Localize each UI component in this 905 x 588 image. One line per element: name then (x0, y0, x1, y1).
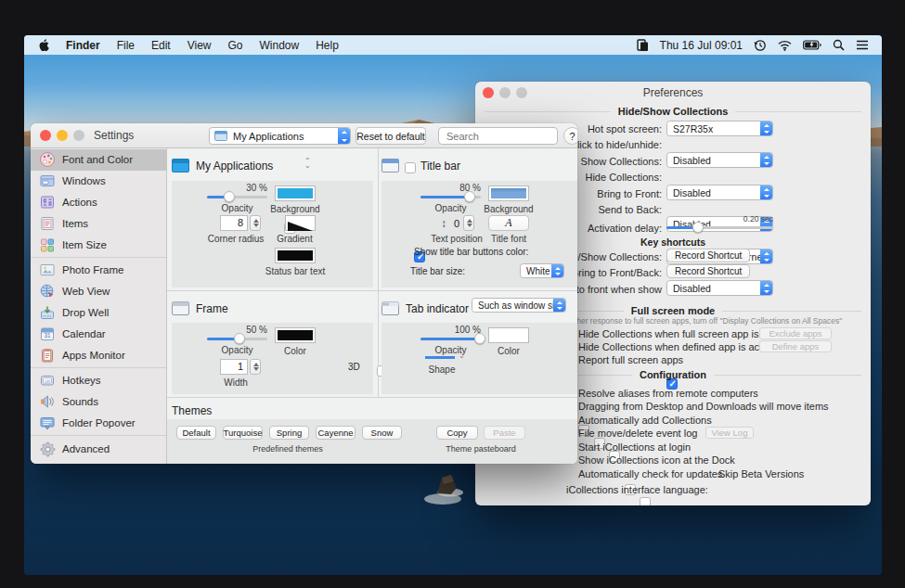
corner-radius-stepper[interactable] (250, 215, 261, 231)
settings-sidebar: Font and Color Windows Actions Items Ite… (31, 148, 167, 464)
zoom-button[interactable] (73, 130, 84, 141)
hot-spot-screen-dropdown[interactable]: S27R35x (666, 121, 773, 136)
time-machine-icon[interactable] (754, 39, 767, 52)
drop-well-icon (39, 304, 56, 321)
theme-spring-button[interactable]: Spring (269, 426, 309, 440)
wifi-icon[interactable] (778, 40, 792, 51)
width-field[interactable]: 1 (220, 359, 248, 375)
settings-window: Settings My Applications Reset to defaul… (31, 123, 577, 464)
tab-color-well[interactable] (488, 327, 529, 343)
menu-file[interactable]: File (117, 39, 135, 52)
notification-center-icon[interactable] (856, 40, 869, 50)
title-font-label: Title font (478, 234, 539, 244)
sidebar-item-windows[interactable]: Windows (31, 171, 166, 192)
record-shortcut-button[interactable]: Record Shortcut (666, 249, 750, 262)
theme-snow-button[interactable]: Snow (362, 426, 402, 440)
copy-theme-button[interactable]: Copy (436, 426, 478, 440)
apple-menu-icon[interactable] (37, 38, 49, 52)
sidebar-item-folder-popover[interactable]: Folder Popover (31, 413, 166, 434)
opacity-slider[interactable] (420, 190, 481, 203)
sidebar-divider (31, 367, 166, 368)
background-color-well[interactable] (275, 185, 316, 201)
sidebar-item-sounds[interactable]: Sounds (31, 391, 166, 413)
reset-to-default-button[interactable]: Reset to default (356, 127, 426, 145)
text-position-stepper[interactable] (463, 215, 474, 231)
theme-cayenne-button[interactable]: Cayenne (316, 426, 356, 440)
search-field[interactable] (438, 127, 558, 145)
status-bar-text-color-well[interactable] (275, 248, 316, 263)
paste-theme-button[interactable]: Paste (484, 426, 525, 440)
opacity-slider[interactable] (420, 332, 481, 345)
target-app-dropdown[interactable]: My Applications (209, 127, 351, 145)
dragging-move-checkbox[interactable] (640, 497, 651, 505)
sidebar-item-items[interactable]: Items (31, 212, 166, 234)
activation-delay-slider[interactable] (666, 221, 773, 234)
sidebar-item-apps-monitor[interactable]: Apps Monitor (31, 344, 166, 365)
menu-app-name[interactable]: Finder (66, 39, 100, 52)
corner-radius-field[interactable]: 8 (220, 215, 248, 231)
record-shortcut-button[interactable]: Record Shortcut (666, 264, 750, 278)
window-title: Settings (94, 129, 134, 142)
theme-pasteboard-caption: Theme pasteboard (430, 444, 532, 454)
menu-edit[interactable]: Edit (151, 39, 171, 52)
section-stepper-icon[interactable]: ⌃⌄ (304, 159, 311, 168)
shape-label: Shape (421, 364, 462, 375)
hide-fullscreen-app-label: Hide Collections when full screen app is… (578, 328, 788, 339)
opacity-slider[interactable] (207, 190, 267, 203)
shape-preview-line (425, 356, 455, 359)
define-apps-button[interactable]: Define apps (759, 340, 832, 352)
spotlight-search-icon[interactable] (833, 39, 845, 51)
sidebar-item-web-view[interactable]: Web View (31, 281, 166, 302)
sidebar-item-actions[interactable]: Actions (31, 192, 166, 213)
corner-radius-label: Corner radius (205, 234, 266, 244)
buttons-color-dropdown[interactable]: White (520, 263, 564, 278)
menu-clock[interactable]: Thu 16 Jul 09:01 (660, 39, 743, 52)
title-bar-size-label: Title bar size: (410, 266, 465, 276)
sidebar-item-drop-well[interactable]: Drop Well (31, 302, 166, 324)
menu-window[interactable]: Window (260, 39, 300, 52)
opacity-label: Opacity (420, 345, 481, 355)
menu-help[interactable]: Help (316, 39, 339, 52)
sidebar-item-hotkeys[interactable]: Ctrl Hotkeys (31, 370, 166, 391)
sidebar-item-calendar[interactable]: 31 Calendar (31, 323, 166, 344)
theme-turquoise-button[interactable]: Turquoise (223, 426, 263, 440)
window-title: Preferences (475, 86, 871, 99)
dropdown-stepper-icon (338, 128, 350, 144)
app-window-icon (172, 159, 189, 173)
tab-indicator-panel: 100 % Opacity Color ⌃⌄ Shape (381, 323, 577, 394)
my-applications-panel: 30 % Opacity Background 8 Corner radius … (172, 181, 373, 288)
send-to-back-dropdown[interactable]: Disabled (666, 280, 773, 296)
dropdown-stepper-icon (760, 121, 772, 135)
shape-stepper-icon[interactable]: ⌃⌄ (459, 349, 465, 358)
search-input[interactable] (446, 131, 577, 142)
clipboard-status-icon[interactable] (637, 39, 649, 52)
title-bar-enable-checkbox[interactable] (405, 162, 416, 173)
settings-titlebar[interactable]: Settings My Applications Reset to defaul… (31, 123, 577, 148)
exclude-apps-button[interactable]: Exclude apps (759, 327, 832, 339)
menu-go[interactable]: Go (228, 39, 243, 52)
sidebar-divider (31, 257, 166, 258)
desktop-wallpaper: Finder File Edit View Go Window Help Thu… (24, 35, 882, 575)
frame-color-well[interactable] (275, 327, 316, 343)
sidebar-item-item-size[interactable]: Item Size (31, 234, 166, 255)
view-log-button[interactable]: View Log (705, 427, 754, 439)
width-stepper[interactable] (250, 359, 261, 375)
help-button[interactable]: ? (563, 127, 577, 145)
battery-icon[interactable] (803, 40, 821, 50)
theme-default-button[interactable]: Default (176, 426, 216, 440)
background-color-well[interactable] (488, 185, 529, 201)
show-collections-dropdown[interactable]: Disabled (666, 185, 773, 200)
sidebar-item-photo-frame[interactable]: Photo Frame (31, 260, 166, 281)
minimize-button[interactable] (57, 130, 68, 141)
themes-section-title: Themes (172, 404, 212, 417)
sidebar-item-advanced[interactable]: Advanced (31, 438, 166, 459)
double-click-dropdown[interactable]: Disabled (666, 152, 773, 168)
gradient-well[interactable] (285, 215, 316, 231)
title-bar-size-dropdown[interactable]: Such as window size (472, 298, 566, 313)
sidebar-item-font-and-color[interactable]: Font and Color (31, 149, 166, 171)
opacity-slider[interactable] (207, 332, 267, 345)
close-button[interactable] (40, 130, 51, 141)
title-font-button[interactable]: A (488, 215, 529, 231)
preferences-titlebar[interactable]: Preferences (475, 82, 871, 104)
menu-view[interactable]: View (187, 39, 212, 52)
